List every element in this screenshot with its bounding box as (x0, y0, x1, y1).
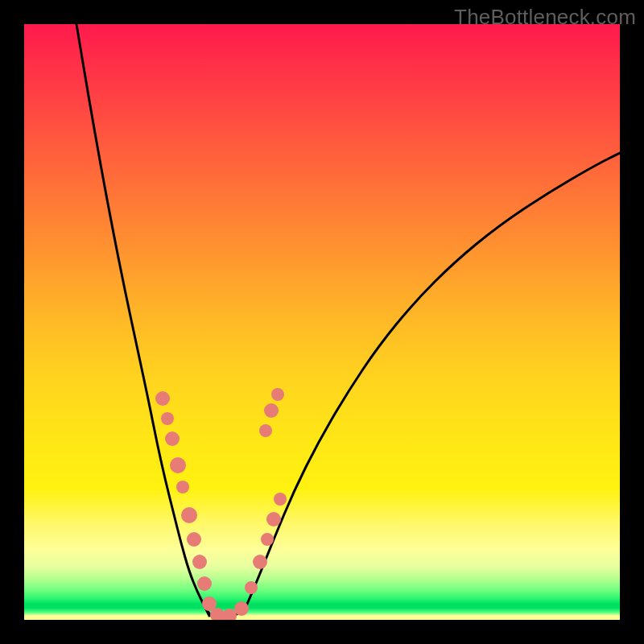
data-dot (155, 391, 170, 406)
data-dot (274, 493, 287, 506)
data-dot (181, 507, 197, 523)
data-dot (261, 533, 274, 546)
data-dot (170, 457, 186, 473)
data-dot (176, 481, 189, 493)
data-dot (197, 576, 212, 591)
curve-right-curve (246, 153, 620, 608)
data-dot (187, 532, 201, 547)
curve-left-curve (76, 24, 209, 616)
data-dot (266, 512, 281, 526)
bottleneck-curve (76, 24, 620, 618)
data-dot (253, 555, 267, 569)
data-dot (165, 431, 180, 446)
chart-container: TheBottleneck.com (0, 0, 644, 644)
data-dot (245, 581, 258, 594)
data-dot (271, 388, 284, 401)
plot-area (24, 24, 620, 620)
data-dot (234, 601, 249, 616)
data-dot (161, 412, 174, 425)
curve-svg (24, 24, 620, 620)
data-dots (155, 388, 287, 620)
data-dot (264, 403, 279, 418)
watermark-text: TheBottleneck.com (454, 5, 636, 30)
data-dot (259, 424, 272, 437)
data-dot (192, 555, 207, 569)
